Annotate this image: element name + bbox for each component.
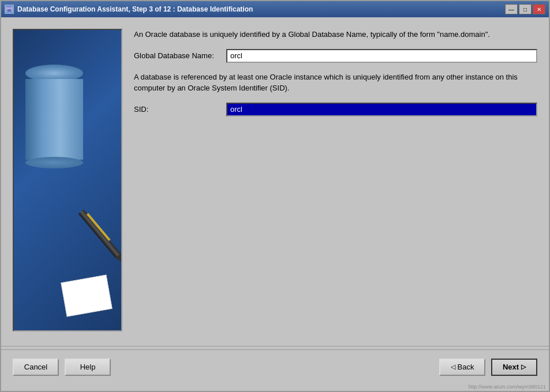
window-title: Database Configuration Assistant, Step 3… (17, 5, 253, 13)
back-button[interactable]: ◁ Back (439, 359, 485, 376)
image-panel (13, 29, 122, 331)
sid-label: SID: (134, 105, 220, 114)
right-button-group: ◁ Back Next ▷ (439, 359, 537, 376)
sid-input[interactable] (226, 103, 537, 116)
app-icon (5, 5, 14, 14)
sid-row: SID: (134, 103, 537, 116)
back-arrow-icon: ◁ (451, 363, 455, 371)
next-label: Next (503, 363, 519, 371)
next-arrow-icon: ▷ (521, 363, 526, 371)
content-area: An Oracle database is uniquely identifie… (1, 17, 549, 391)
form-panel: An Oracle database is uniquely identifie… (134, 29, 537, 331)
global-db-name-row: Global Database Name: (134, 49, 537, 63)
title-bar-left: Database Configuration Assistant, Step 3… (5, 5, 253, 14)
pen-illustration (78, 209, 122, 267)
help-button[interactable]: Help (65, 359, 111, 376)
paper-illustration (61, 275, 112, 317)
svg-rect-1 (7, 6, 12, 7)
watermark: http://www.atum.com/wym380121 (1, 384, 549, 391)
minimize-button[interactable]: — (505, 4, 518, 14)
next-button[interactable]: Next ▷ (491, 359, 537, 376)
intro-text-2: A database is referenced by at least one… (134, 71, 537, 94)
window-controls: — □ ✕ (505, 4, 545, 14)
bottom-divider (1, 346, 549, 346)
back-label: Back (458, 363, 474, 371)
main-window: Database Configuration Assistant, Step 3… (0, 0, 550, 392)
global-db-label: Global Database Name: (134, 51, 220, 60)
global-db-name-input[interactable] (226, 49, 537, 63)
left-button-group: Cancel Help (13, 359, 111, 376)
cancel-button[interactable]: Cancel (13, 359, 59, 376)
intro-text-1: An Oracle database is uniquely identifie… (134, 29, 537, 40)
database-illustration (25, 65, 83, 168)
title-bar: Database Configuration Assistant, Step 3… (1, 1, 549, 17)
bottom-bar: Cancel Help ◁ Back Next ▷ (1, 349, 549, 384)
maximize-button[interactable]: □ (519, 4, 532, 14)
close-button[interactable]: ✕ (533, 4, 545, 14)
main-content: An Oracle database is uniquely identifie… (1, 17, 549, 343)
svg-point-2 (7, 9, 12, 12)
